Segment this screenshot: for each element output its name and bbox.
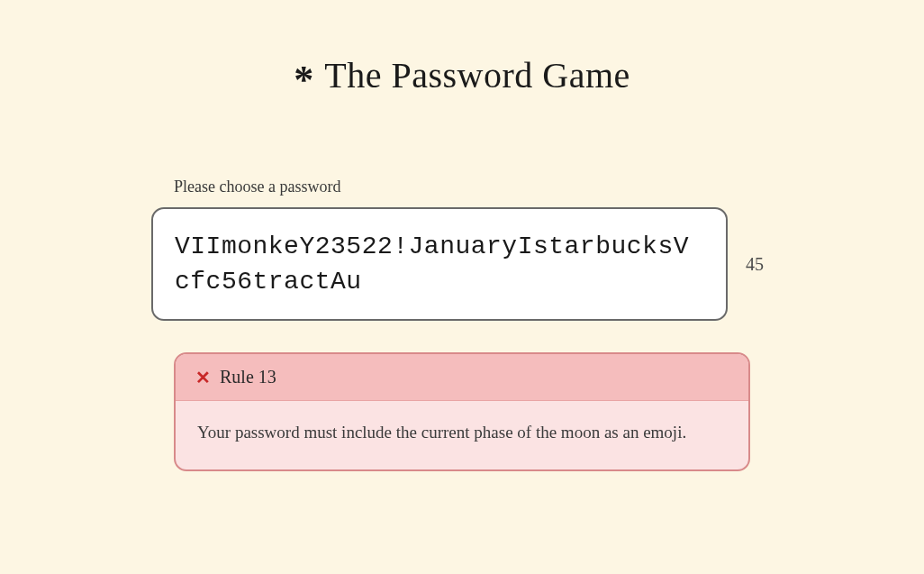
char-count: 45 xyxy=(746,254,773,275)
rule-title: Rule 13 xyxy=(220,367,276,387)
rule-header: ✕ Rule 13 xyxy=(176,354,748,401)
password-input[interactable]: VIImonkeY23522!JanuaryIstarbucksVcfc56tr… xyxy=(151,207,728,321)
password-input-row: VIImonkeY23522!JanuaryIstarbucksVcfc56tr… xyxy=(151,207,773,321)
asterisk-icon: * xyxy=(294,60,313,100)
cross-icon: ✕ xyxy=(195,369,211,387)
page-title: The Password Game xyxy=(324,54,630,96)
page-title-row: * The Password Game xyxy=(294,54,630,96)
prompt-label: Please choose a password xyxy=(174,178,750,196)
rule-card: ✕ Rule 13 Your password must include the… xyxy=(174,352,750,470)
rule-text: Your password must include the current p… xyxy=(176,401,748,469)
